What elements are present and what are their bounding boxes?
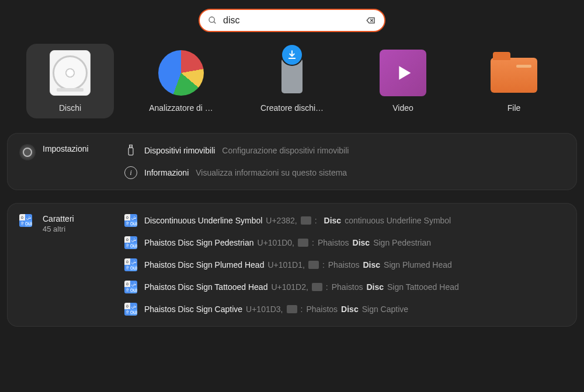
files-icon [491, 50, 537, 96]
row-title: Informazioni [144, 168, 189, 177]
clear-icon[interactable] [366, 15, 376, 26]
character-row[interactable]: òشਏᎺᎯPhaistos Disc Sign PedestrianU+101D… [124, 236, 565, 249]
character-glyph-icon: òشਏᎺᎯ [124, 214, 137, 227]
character-row[interactable]: òشਏᎺᎯDiscontinuous Underline SymbolU+238… [124, 214, 565, 227]
character-text: Discontinuous Underline SymbolU+2382,: D… [144, 216, 451, 225]
character-glyph-icon: òشਏᎺᎯ [124, 258, 137, 271]
characters-header[interactable]: òشਏᎺᎯ Caratteri 45 altri [19, 214, 124, 316]
app-label: Creatore dischi… [260, 103, 324, 113]
characters-more: 45 altri [43, 225, 74, 233]
settings-icon [19, 144, 36, 160]
search-icon [208, 16, 217, 25]
character-text: Phaistos Disc Sign Tattooed HeadU+101D2,… [144, 282, 459, 292]
video-icon [380, 50, 426, 96]
row-desc: Visualizza informazioni su questo sistem… [196, 168, 347, 177]
character-glyph-icon: òشਏᎺᎯ [124, 236, 137, 249]
svg-line-1 [214, 22, 215, 23]
character-row[interactable]: òشਏᎺᎯPhaistos Disc Sign Plumed HeadU+101… [124, 258, 565, 271]
settings-row-removable-devices[interactable]: Dispositivi rimovibili Configurazione di… [124, 144, 565, 157]
search-field[interactable] [199, 9, 385, 32]
settings-section: Impostazioni Dispositivi rimovibili Conf… [7, 133, 577, 190]
app-label: Video [392, 103, 413, 113]
character-row[interactable]: òشਏᎺᎯPhaistos Disc Sign CaptiveU+101D3,:… [124, 303, 565, 316]
svg-rect-4 [128, 148, 133, 155]
character-text: Phaistos Disc Sign CaptiveU+101D3,: Phai… [144, 304, 408, 314]
disks-icon [47, 50, 93, 96]
app-disks[interactable]: Dischi [26, 44, 114, 118]
app-disk-usage-analyzer[interactable]: Analizzatore di … [137, 44, 225, 118]
app-results: Dischi Analizzatore di … Creatore dischi… [0, 32, 584, 133]
search-input[interactable] [223, 15, 360, 26]
app-files[interactable]: File [470, 44, 558, 118]
character-row[interactable]: òشਏᎺᎯPhaistos Disc Sign Tattooed HeadU+1… [124, 281, 565, 293]
settings-row-about[interactable]: i Informazioni Visualizza informazioni s… [124, 166, 565, 179]
characters-section: òشਏᎺᎯ Caratteri 45 altri òشਏᎺᎯDiscontinu… [7, 203, 577, 327]
character-text: Phaistos Disc Sign PedestrianU+101D0,: P… [144, 238, 431, 247]
settings-title: Impostazioni [43, 144, 89, 153]
character-glyph-icon: òشਏᎺᎯ [124, 303, 137, 316]
disk-usage-analyzer-icon [158, 50, 204, 96]
usb-outline-icon [124, 144, 137, 157]
character-glyph-icon: òشਏᎺᎯ [124, 281, 137, 293]
row-title: Dispositivi rimovibili [144, 146, 215, 155]
svg-point-0 [209, 17, 214, 22]
characters-icon: òشਏᎺᎯ [19, 214, 36, 230]
app-label: Analizzatore di … [149, 103, 213, 113]
app-video[interactable]: Video [359, 44, 447, 118]
app-label: Dischi [59, 103, 81, 113]
info-icon: i [124, 166, 137, 179]
characters-title: Caratteri [43, 214, 74, 223]
character-text: Phaistos Disc Sign Plumed HeadU+101D1,: … [144, 260, 452, 270]
row-desc: Configurazione dispositivi rimovibili [222, 146, 349, 155]
app-startup-disk-creator[interactable]: Creatore dischi… [248, 44, 336, 118]
settings-header[interactable]: Impostazioni [19, 144, 124, 179]
startup-disk-creator-icon [269, 50, 315, 96]
app-label: File [507, 103, 521, 113]
